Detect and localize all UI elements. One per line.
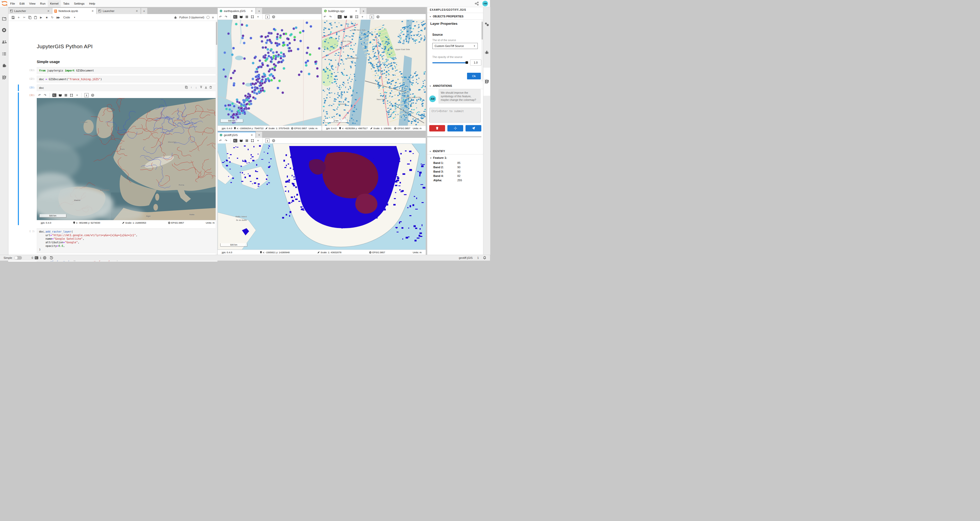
kernel-name[interactable]: Python 3 (ipykernel) [180, 16, 204, 19]
delete-annotation-button[interactable] [429, 125, 445, 131]
restart-kernel-icon[interactable]: ↻ [49, 15, 55, 20]
running-kernels-icon[interactable] [2, 27, 6, 33]
collaboration-users-icon[interactable] [2, 39, 6, 45]
undo-icon[interactable]: ↶ [37, 92, 42, 98]
undo-icon[interactable]: ↶ [322, 14, 328, 19]
extent-icon[interactable] [69, 92, 74, 98]
menu-file[interactable]: File [8, 0, 18, 7]
redo-icon[interactable]: ↷ [224, 14, 229, 19]
gis-globe-icon[interactable] [484, 79, 489, 84]
france-hiking-map[interactable]: London Paris München Madrid Barcelona Ro… [37, 98, 216, 220]
table-of-contents-icon[interactable] [2, 51, 6, 56]
current-document-label[interactable]: geotiff.jGIS [459, 256, 473, 259]
identify-feature-header[interactable]: ▼Feature 1: [430, 156, 447, 159]
add-layer-icon[interactable]: + [256, 138, 261, 143]
debugger-bug-icon[interactable] [174, 16, 177, 19]
close-tab-icon[interactable]: ✕ [135, 10, 138, 13]
annotation-input[interactable] [429, 108, 481, 123]
menu-tabs[interactable]: Tabs [61, 0, 72, 7]
delete-cell-icon[interactable] [208, 85, 213, 89]
clock-icon[interactable] [90, 92, 95, 98]
notification-count[interactable]: 1 [477, 256, 479, 259]
tab-notebook[interactable]: Notebook.ipynb ✕ [52, 8, 97, 14]
move-cell-up-icon[interactable]: ↑ [189, 85, 194, 89]
terminals-count[interactable]: 0 [32, 256, 33, 259]
buildings-map[interactable]: West New York Union City Weehawken Upper… [322, 20, 426, 126]
menu-run[interactable]: Run [38, 0, 48, 7]
undo-icon[interactable]: ↶ [218, 14, 223, 19]
history-icon[interactable] [49, 256, 53, 260]
new-tab-button[interactable]: + [360, 8, 366, 14]
stop-kernel-icon[interactable]: ■ [44, 15, 49, 20]
paste-cell-icon[interactable] [33, 15, 38, 20]
file-browser-icon[interactable] [2, 16, 6, 21]
clock-icon[interactable] [271, 14, 276, 19]
slider-thumb[interactable] [466, 61, 468, 64]
redo-icon[interactable]: ↷ [328, 14, 333, 19]
insert-cell-below-icon[interactable] [204, 85, 208, 89]
notebook-menu-icon[interactable]: ≡ [212, 16, 214, 19]
gis-globe-icon[interactable] [2, 75, 6, 80]
menu-kernel[interactable]: Kernel [48, 0, 61, 7]
move-cell-down-icon[interactable]: ↓ [194, 85, 199, 89]
objects-properties-section[interactable]: ▼OBJECTS PROPERTIES [427, 13, 484, 20]
redo-icon[interactable]: ↷ [224, 138, 229, 143]
console-icon[interactable]: $_ [338, 15, 342, 19]
tab-launcher-2[interactable]: Launcher ✕ [97, 8, 141, 14]
share-icon[interactable] [475, 2, 479, 6]
user-avatar[interactable]: AM [482, 1, 488, 6]
menu-settings[interactable]: Settings [72, 0, 87, 7]
save-icon[interactable] [10, 15, 16, 20]
opacity-value-box[interactable]: 1.0 [470, 59, 481, 65]
extent-icon[interactable] [250, 14, 255, 19]
identify-section[interactable]: ▼IDENTIFY [427, 148, 484, 155]
redo-icon[interactable]: ↷ [43, 92, 48, 98]
grid-icon[interactable] [244, 14, 249, 19]
kernel-status-icon[interactable] [207, 16, 210, 19]
submit-annotation-button[interactable] [466, 125, 481, 131]
geotiff-map[interactable]: Baffin Island Île de Baffin 500 km [218, 143, 426, 250]
identify-icon[interactable]: i [370, 15, 374, 19]
duplicate-cell-icon[interactable] [184, 85, 189, 89]
center-on-annotation-button[interactable] [447, 125, 463, 131]
new-tab-button[interactable]: + [256, 8, 262, 14]
console-icon[interactable]: $_ [233, 139, 237, 142]
tab-earthquakes[interactable]: earthquakes.jGIS ✕ [218, 8, 256, 14]
extension-manager-icon[interactable] [2, 63, 6, 68]
code-cell-raster[interactable]: doc.add_raster_layer( url="https://mt1.g… [37, 228, 216, 253]
notebook-scrollbar[interactable] [216, 21, 218, 260]
close-tab-icon[interactable]: ✕ [354, 10, 358, 13]
new-tab-button[interactable]: + [256, 132, 262, 138]
console-icon[interactable]: $_ [233, 15, 237, 19]
insert-cell-above-icon[interactable] [199, 85, 204, 89]
menu-help[interactable]: Help [87, 0, 97, 7]
open-book-icon[interactable] [239, 138, 244, 143]
add-layer-icon[interactable]: + [360, 14, 365, 19]
copy-cell-icon[interactable] [27, 15, 33, 20]
menu-edit[interactable]: Edit [18, 0, 27, 7]
add-layer-icon[interactable]: + [75, 92, 80, 98]
grid-icon[interactable] [63, 92, 68, 98]
menu-view[interactable]: View [27, 0, 38, 7]
grid-icon[interactable] [348, 14, 354, 19]
cell-type-dropdown[interactable]: Code ▼ [63, 16, 76, 19]
debugger-bug-icon[interactable] [484, 50, 489, 55]
simple-mode-toggle[interactable] [14, 256, 22, 260]
add-layer-icon[interactable]: + [256, 14, 261, 19]
grid-icon[interactable] [244, 138, 249, 143]
bell-icon[interactable] [483, 256, 487, 260]
close-tab-icon[interactable]: ✕ [250, 134, 254, 137]
identify-icon[interactable]: i [84, 93, 89, 97]
panel-scrollbar[interactable] [481, 20, 483, 81]
tab-buildings[interactable]: buildings.qgz ✕ [322, 8, 360, 14]
source-select[interactable]: Custom GeoTiff Source ▼ [432, 43, 478, 49]
extent-icon[interactable] [354, 14, 360, 19]
earthquakes-map[interactable]: 500 km [218, 20, 321, 126]
ok-button[interactable]: Ok [467, 73, 481, 80]
code-cell-1[interactable]: from jupytergis import GISDocument [37, 67, 216, 74]
kernels-count[interactable]: 1 [40, 256, 41, 259]
extent-icon[interactable] [250, 138, 255, 143]
identify-icon[interactable]: i [266, 15, 269, 19]
tab-launcher-1[interactable]: Launcher ✕ [8, 8, 52, 14]
open-book-icon[interactable] [343, 14, 348, 19]
